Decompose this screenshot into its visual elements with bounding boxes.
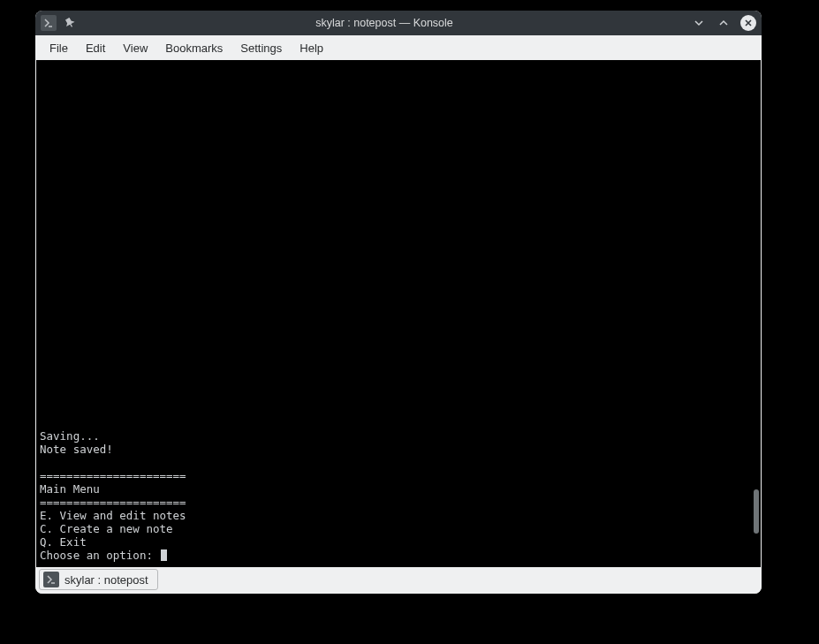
tabbar: skylar : notepost bbox=[35, 567, 762, 594]
terminal-icon bbox=[43, 572, 59, 587]
menu-settings[interactable]: Settings bbox=[231, 38, 291, 58]
tab-label: skylar : notepost bbox=[64, 573, 148, 587]
scrollbar-thumb[interactable] bbox=[754, 489, 759, 534]
close-button[interactable] bbox=[740, 15, 756, 31]
minimize-button[interactable] bbox=[691, 15, 707, 31]
terminal-wrap: Saving... Note saved! ==================… bbox=[35, 60, 762, 567]
menu-file[interactable]: File bbox=[41, 38, 77, 58]
menu-edit[interactable]: Edit bbox=[77, 38, 114, 58]
menubar: File Edit View Bookmarks Settings Help bbox=[35, 35, 762, 60]
terminal-line: Q. Exit bbox=[40, 535, 87, 549]
terminal-line: E. View and edit notes bbox=[40, 509, 186, 522]
konsole-window: skylar : notepost — Konsole File Edit Vi… bbox=[35, 11, 762, 594]
cursor-icon bbox=[161, 549, 167, 561]
terminal-line: ====================== bbox=[40, 496, 186, 509]
window-title: skylar : notepost — Konsole bbox=[78, 17, 691, 29]
pin-icon[interactable] bbox=[62, 15, 78, 31]
titlebar-left-controls bbox=[41, 15, 78, 31]
menu-bookmarks[interactable]: Bookmarks bbox=[156, 38, 231, 58]
terminal-prompt: Choose an option: bbox=[40, 549, 159, 562]
terminal-line: Main Menu bbox=[40, 482, 100, 496]
titlebar-right-controls bbox=[691, 15, 756, 31]
terminal[interactable]: Saving... Note saved! ==================… bbox=[36, 60, 761, 567]
tab-active[interactable]: skylar : notepost bbox=[39, 569, 158, 590]
terminal-line: C. Create a new note bbox=[40, 522, 173, 535]
menu-view[interactable]: View bbox=[114, 38, 156, 58]
app-menu-icon[interactable] bbox=[41, 15, 57, 31]
maximize-button[interactable] bbox=[716, 15, 732, 31]
menu-help[interactable]: Help bbox=[291, 38, 332, 58]
terminal-line: Note saved! bbox=[40, 443, 113, 456]
titlebar[interactable]: skylar : notepost — Konsole bbox=[35, 11, 762, 35]
terminal-line: Saving... bbox=[40, 429, 100, 443]
terminal-line: ====================== bbox=[40, 469, 186, 482]
terminal-content: Saving... Note saved! ==================… bbox=[40, 416, 748, 562]
